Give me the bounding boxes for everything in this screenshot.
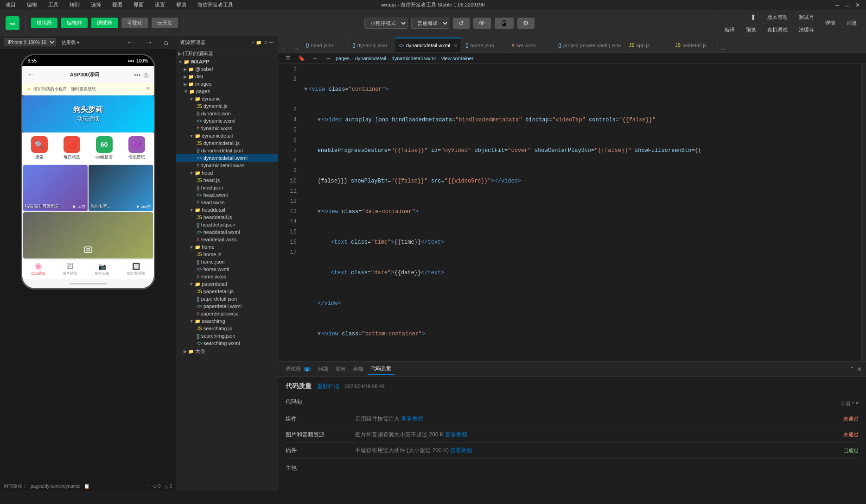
realdevice-btn[interactable]: 真机调试 [764, 25, 791, 35]
phone-btn[interactable]: 📱 [495, 18, 514, 29]
tab-head-json[interactable]: {} head.json [302, 38, 349, 52]
file-paperdetail-js[interactable]: JS paperdetail.js [176, 288, 278, 295]
phone-nav-moments[interactable]: 朋友圈看图 [127, 271, 145, 276]
folder-dynamicdetail[interactable]: ▼ 📁 dynamicdetail [176, 132, 278, 139]
phone-nav-image[interactable]: 图片壁纸 [63, 271, 77, 276]
tab-home-json[interactable]: {} home.json [462, 38, 508, 52]
simulator-btn[interactable]: 模拟器 [31, 18, 57, 28]
file-dynamic-wxml[interactable]: <> dynamic.wxml [176, 117, 278, 125]
sim-back-btn[interactable]: ← [123, 37, 138, 49]
devtools-btn[interactable]: 云开发 [152, 18, 178, 28]
device-select[interactable]: iPhone X 100% 16 [4, 38, 56, 46]
phone-nav-camera[interactable]: 相机头像 [95, 271, 109, 276]
file-dynamicdetail-js[interactable]: JS dynamicdetail.js [176, 139, 278, 147]
menu-item-select[interactable]: 选择 [89, 1, 103, 8]
menu-item-wechat[interactable]: 微信开发者工具 [196, 1, 235, 8]
file-paperdetail-wxml[interactable]: <> paperdetail.wxml [176, 302, 278, 310]
quality-expand-btn[interactable]: ^ [856, 401, 859, 407]
refresh-files-btn[interactable]: ↺ [263, 40, 267, 45]
tab-output[interactable]: 输出 [332, 364, 350, 374]
folder-images[interactable]: ▶ 📁 images [176, 80, 278, 88]
window-maximize[interactable]: □ [843, 0, 852, 10]
folder-searchimg[interactable]: ▼ 📁 searchimg [176, 317, 278, 325]
file-head-wxss[interactable]: # head.wxss [176, 199, 278, 206]
new-folder-btn[interactable]: 📁 [256, 40, 261, 45]
tab-debugger[interactable]: 调试器 5 [282, 364, 314, 374]
file-headdetail-js[interactable]: JS headdetail.js [176, 214, 278, 221]
quality-link-component[interactable]: 查看教程 [401, 416, 423, 422]
collapse-all-btn[interactable]: ••• [269, 40, 274, 45]
preview-btn[interactable]: 预览 [742, 25, 760, 35]
hotreload-btn[interactable]: 热重载 ▾ [60, 39, 81, 46]
folder-headdetail[interactable]: ▼ 📁 headdetail [176, 206, 278, 214]
file-headdetail-json[interactable]: {} headdetail.json [176, 221, 278, 228]
editor-btn[interactable]: 编辑器 [61, 18, 88, 28]
file-dynamicdetail-wxml[interactable]: <> dynamicdetail.wxml [176, 154, 278, 162]
panel-close-btn[interactable]: ✕ [857, 365, 862, 373]
folder-babel[interactable]: ▶ 📁 @babel [176, 65, 278, 73]
visualize-btn[interactable]: 可视化 [121, 18, 148, 28]
file-headdetail-wxss[interactable]: # headdetail.wxss [176, 236, 278, 243]
code-editor[interactable]: ▼<view class="container"> ▼<video autopl… [300, 64, 861, 361]
refresh-btn[interactable]: ↺ [453, 18, 470, 29]
menu-item-edit[interactable]: 编辑 [25, 1, 39, 8]
panel-collapse-btn[interactable]: ⌃ [849, 365, 855, 373]
tab-app-js[interactable]: JS app.js [625, 38, 671, 52]
sim-home-btn[interactable]: ⌂ [160, 37, 172, 49]
compile-count-btn[interactable]: ↑ [147, 484, 149, 489]
window-close[interactable]: ✕ [853, 0, 862, 10]
file-searchimg-wxml[interactable]: <> searchimg.wxml [176, 340, 278, 347]
window-minimize[interactable]: ─ [833, 0, 842, 10]
file-dynamic-js[interactable]: JS dynamic.js [176, 102, 278, 110]
detail-btn[interactable]: 详情 [821, 18, 839, 28]
tab-dynamicdetail-wxml[interactable]: <> dynamicdetail.wxml ✕ [395, 38, 462, 52]
upload-btn[interactable]: ⬆ [746, 11, 760, 24]
file-dynamicdetail-json[interactable]: {} dynamicdetail.json [176, 147, 278, 154]
file-home-json[interactable]: {} home.json [176, 258, 278, 265]
folder-paperdetail[interactable]: ▼ 📁 paperdetail [176, 280, 278, 288]
file-searchimg-js[interactable]: JS searchimg.js [176, 325, 278, 332]
file-head-json[interactable]: {} head.json [176, 184, 278, 191]
more-tabs-btn[interactable]: ⋯ [718, 46, 729, 52]
folder-dalei[interactable]: ▶ 📁 大类 [176, 347, 278, 356]
menu-item-view[interactable]: 视图 [110, 1, 124, 8]
menu-item-interface[interactable]: 界面 [132, 1, 146, 8]
folder-head[interactable]: ▼ 📁 head [176, 169, 278, 176]
eye-btn[interactable]: 👁 [473, 18, 491, 29]
quality-scan-btn[interactable]: 重新扫描 [317, 383, 339, 391]
nav-forward-btn[interactable]: → [323, 54, 334, 63]
file-home-wxss[interactable]: # home.wxss [176, 273, 278, 280]
tab-set-wxss[interactable]: # set.wxss [508, 38, 554, 52]
file-home-wxml[interactable]: <> home.wxml [176, 265, 278, 273]
quality-link-plugin[interactable]: 查看教程 [450, 447, 472, 454]
menu-item-help[interactable]: 帮助 [174, 1, 188, 8]
tab-terminal[interactable]: 终端 [350, 364, 367, 374]
new-file-btn[interactable]: + [252, 40, 255, 45]
debugger-btn[interactable]: 调试器 [91, 18, 118, 28]
wxapp-root[interactable]: ▼ 📁 WXAPP [176, 58, 278, 65]
file-head-js[interactable]: JS head.js [176, 176, 278, 184]
file-dynamic-json[interactable]: {} dynamic.json [176, 110, 278, 117]
bookmark-btn[interactable]: ☰ [283, 54, 293, 63]
version-btn[interactable]: 版本管理 [764, 11, 791, 24]
msg-btn[interactable]: 消息 [843, 18, 860, 28]
compile-btn[interactable]: 编译 [721, 25, 739, 35]
compile-select[interactable]: 普通编译 [411, 18, 449, 29]
banner-close-icon[interactable]: ✕ [146, 85, 150, 92]
close-tab-icon[interactable]: ✕ [454, 43, 458, 48]
file-dynamic-wxss[interactable]: # dynamic.wxss [176, 125, 278, 132]
file-dynamicdetail-wxss[interactable]: # dynamicdetail.wxss [176, 162, 278, 169]
folder-dynamic[interactable]: ▼ 📁 dynamic [176, 95, 278, 102]
menu-item-tools[interactable]: 工具 [46, 1, 60, 8]
tab-dynamic-json[interactable]: {} dynamic.json [349, 38, 395, 52]
editor-back-btn[interactable]: ← [278, 45, 290, 52]
menu-item-goto[interactable]: 转到 [68, 1, 82, 8]
quality-link-media[interactable]: 查看教程 [445, 431, 467, 438]
tab-issue[interactable]: 问题 [314, 364, 332, 374]
open-editors-section[interactable]: ▶ 打开的编辑器 [176, 49, 278, 58]
folder-pages[interactable]: ▼ 📁 pages [176, 88, 278, 95]
file-headdetail-wxml[interactable]: <> headdetail.wxml [176, 228, 278, 236]
editor-forward-btn[interactable]: → [290, 45, 302, 52]
sim-forward-btn[interactable]: → [141, 37, 156, 49]
copy-path-btn[interactable]: 📋 [84, 484, 89, 489]
